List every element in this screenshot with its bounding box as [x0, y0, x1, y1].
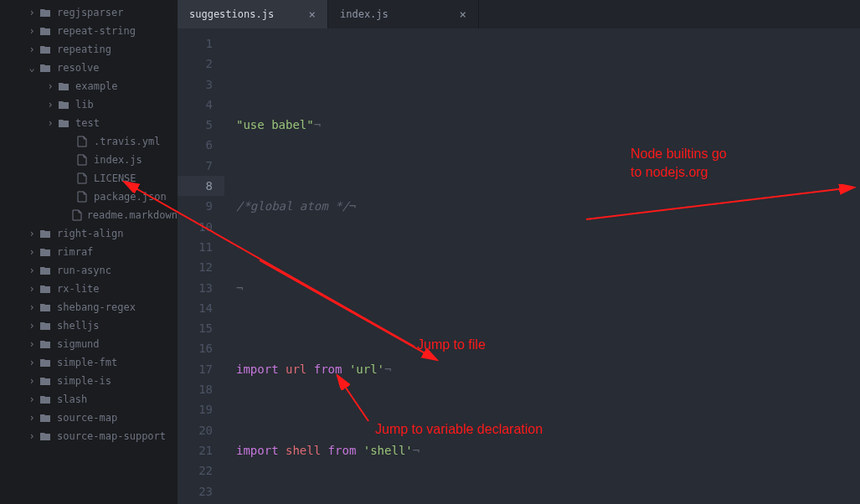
close-icon[interactable]: × — [460, 8, 466, 21]
tree-item-label: index.js — [94, 154, 142, 166]
tree-folder[interactable]: ›sigmund — [0, 335, 178, 353]
line-number-gutter: 123456789101112131415161718192021222324 — [178, 28, 224, 504]
tree-folder[interactable]: ›slash — [0, 390, 178, 409]
tree-folder[interactable]: ›shelljs — [0, 316, 178, 335]
tree-item-label: rimraf — [57, 246, 93, 258]
line-number: 6 — [178, 135, 224, 155]
tree-folder[interactable]: ›simple-is — [0, 372, 178, 390]
line-number: 23 — [178, 481, 224, 501]
tree-folder[interactable]: ›shebang-regex — [0, 298, 178, 316]
chevron-right-icon: › — [27, 228, 37, 239]
tree-folder[interactable]: ›simple-fmt — [0, 353, 178, 372]
line-number: 10 — [178, 217, 224, 237]
line-number: 2 — [178, 54, 224, 74]
chevron-right-icon: › — [27, 283, 37, 295]
tab-label: suggestions.js — [189, 8, 274, 20]
chevron-right-icon: › — [27, 375, 37, 387]
tree-item-label: example — [75, 80, 118, 92]
chevron-right-icon: › — [27, 301, 37, 313]
line-number: 1 — [178, 33, 224, 54]
chevron-right-icon: › — [27, 357, 37, 368]
tree-folder[interactable]: ›rimraf — [0, 243, 178, 261]
file-icon — [75, 172, 89, 184]
chevron-right-icon: › — [27, 265, 37, 276]
chevron-right-icon: › — [45, 99, 55, 111]
tree-item-label: simple-is — [57, 375, 111, 387]
folder-icon — [39, 284, 52, 294]
chevron-right-icon: › — [27, 44, 37, 55]
code-text: "use babel" — [236, 118, 314, 131]
tree-item-label: sigmund — [57, 338, 100, 350]
folder-icon — [39, 431, 52, 441]
file-icon — [75, 154, 89, 166]
tree-folder[interactable]: ›repeating — [0, 40, 178, 59]
folder-icon — [57, 81, 70, 91]
chevron-right-icon: › — [45, 80, 55, 92]
tree-file[interactable]: package.json — [0, 188, 178, 206]
tree-folder[interactable]: ›source-map — [0, 409, 178, 427]
folder-icon — [39, 339, 52, 349]
chevron-right-icon: › — [27, 430, 37, 442]
tree-file[interactable]: readme.markdown — [0, 206, 178, 224]
chevron-right-icon: › — [27, 25, 37, 37]
folder-icon — [39, 247, 52, 257]
file-icon — [72, 209, 82, 221]
tree-folder[interactable]: ›source-map-support — [0, 427, 178, 445]
folder-icon — [57, 118, 70, 128]
chevron-down-icon: ⌄ — [27, 62, 37, 74]
tree-file[interactable]: .travis.yml — [0, 132, 178, 151]
tree-item-label: rx-lite — [57, 283, 100, 295]
tree-folder[interactable]: ›run-async — [0, 261, 178, 280]
line-number: 7 — [178, 156, 224, 176]
tree-folder[interactable]: ›right-align — [0, 224, 178, 243]
line-number: 11 — [178, 237, 224, 257]
line-number: 19 — [178, 399, 224, 419]
folder-icon — [39, 321, 52, 331]
line-number: 5 — [178, 115, 224, 135]
tree-folder[interactable]: ›rx-lite — [0, 280, 178, 298]
code-editor[interactable]: 123456789101112131415161718192021222324 … — [178, 28, 860, 504]
tree-folder[interactable]: ›example — [0, 77, 178, 95]
tree-file[interactable]: LICENSE — [0, 169, 178, 188]
chevron-right-icon: › — [27, 338, 37, 350]
tree-file[interactable]: index.js — [0, 151, 178, 169]
tree-folder[interactable]: ›repeat-string — [0, 22, 178, 40]
line-number: 4 — [178, 95, 224, 115]
tree-item-label: repeat-string — [57, 25, 136, 37]
tree-item-label: package.json — [94, 191, 167, 203]
chevron-right-icon: › — [27, 393, 37, 405]
tree-item-label: source-map-support — [57, 430, 166, 442]
folder-icon — [39, 265, 52, 275]
tab-index-js[interactable]: index.js × — [328, 0, 479, 28]
close-icon[interactable]: × — [309, 8, 316, 21]
folder-icon — [39, 376, 52, 386]
tab-suggestions-js[interactable]: suggestions.js × — [178, 0, 328, 28]
editor-pane: suggestions.js × index.js × 123456789101… — [178, 0, 860, 504]
folder-icon — [39, 302, 52, 312]
tree-folder[interactable]: ⌄resolve — [0, 59, 178, 77]
tree-folder[interactable]: ›regjsparser — [0, 3, 178, 22]
chevron-right-icon: › — [45, 117, 55, 129]
chevron-right-icon: › — [27, 7, 37, 18]
tree-item-label: shebang-regex — [57, 301, 136, 313]
file-icon — [75, 136, 89, 147]
tree-item-label: regjsparser — [57, 7, 123, 18]
folder-icon — [39, 413, 52, 423]
line-number: 21 — [178, 440, 224, 460]
code-area[interactable]: "use babel"¬ /*global atom */¬ ¬ import … — [224, 28, 860, 504]
folder-icon — [39, 26, 52, 36]
line-number: 20 — [178, 420, 224, 440]
line-number: 16 — [178, 338, 224, 358]
line-number: 15 — [178, 318, 224, 338]
tree-item-label: run-async — [57, 265, 111, 276]
tree-item-label: readme.markdown — [87, 209, 178, 221]
tree-item-label: test — [75, 117, 100, 129]
tree-item-label: right-align — [57, 228, 123, 239]
tree-folder[interactable]: ›test — [0, 114, 178, 132]
line-number: 18 — [178, 379, 224, 399]
line-number: 17 — [178, 359, 224, 379]
tree-folder[interactable]: ›lib — [0, 95, 178, 114]
line-number: 8 — [178, 176, 224, 196]
folder-icon — [39, 44, 52, 54]
line-number: 9 — [178, 196, 224, 216]
